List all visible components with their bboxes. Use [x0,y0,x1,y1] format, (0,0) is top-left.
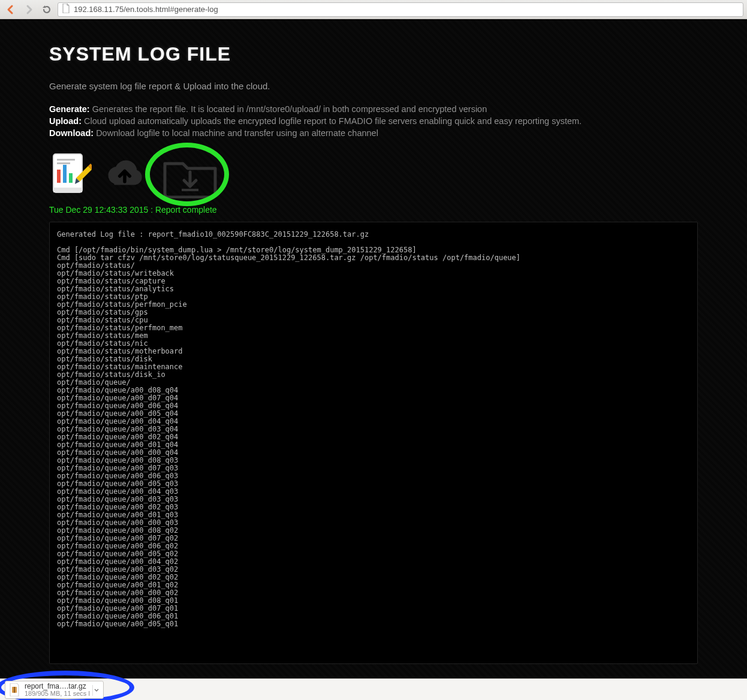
reload-button[interactable] [40,2,54,17]
page-subtitle: Generate system log file report & Upload… [49,81,698,91]
archive-file-icon [9,683,20,696]
log-output[interactable]: Generated Log file : report_fmadio10_002… [49,222,698,664]
desc-generate: Generate: Generates the report file. It … [49,104,698,114]
forward-button[interactable] [22,2,36,17]
action-icons-row [49,149,698,201]
description-block: Generate: Generates the report file. It … [49,104,698,138]
chevron-down-icon [94,688,99,693]
cloud-upload-button[interactable] [103,153,146,197]
desc-upload: Upload: Cloud upload automatically uploa… [49,116,698,126]
status-line: Tue Dec 29 12:43:33 2015 : Report comple… [49,205,698,215]
url-input[interactable] [74,5,739,14]
svg-rect-5 [57,159,75,161]
generate-report-button[interactable] [49,153,92,197]
page-icon [62,4,70,15]
svg-rect-2 [57,170,61,183]
url-bar[interactable] [58,2,743,17]
svg-rect-6 [57,162,70,164]
browser-toolbar [0,0,747,19]
svg-rect-9 [14,687,15,693]
report-document-icon [50,152,92,198]
svg-rect-1 [53,188,82,192]
highlight-circle-download [145,143,229,206]
back-button[interactable] [4,2,18,17]
desc-download: Download: Download logfile to local mach… [49,128,698,138]
svg-rect-3 [63,165,67,183]
download-progress-text: 189/905 MB, 11 secs l [25,690,90,697]
page-content: SYSTEM LOG FILE Generate system log file… [0,19,747,678]
download-bar: report_fma….tar.gz 189/905 MB, 11 secs l [0,678,747,700]
svg-rect-4 [69,173,73,183]
download-filename: report_fma….tar.gz [25,683,90,690]
download-chip-menu[interactable] [92,685,101,696]
page-title: SYSTEM LOG FILE [49,43,698,65]
download-chip[interactable]: report_fma….tar.gz 189/905 MB, 11 secs l [5,681,104,699]
cloud-upload-icon [103,158,146,192]
